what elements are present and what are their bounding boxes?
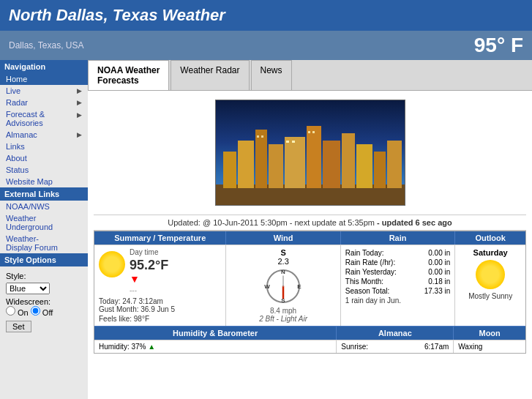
almanac-header: Almanac [337,327,454,340]
svg-rect-16 [312,131,315,133]
humidity-label: Humidity: [99,343,130,351]
daytime-label: Day time [130,248,168,256]
widescreen-on-radio[interactable] [6,306,15,316]
svg-rect-17 [257,135,259,138]
rain-rate-label: Rain Rate (/hr): [345,258,395,266]
sidebar-link-wunderground[interactable]: WeatherUnderground [6,214,53,231]
svg-rect-10 [356,144,372,188]
sidebar-item-wunderground[interactable]: WeatherUnderground [0,212,88,233]
sidebar-link-websitemap[interactable]: Website Map [6,177,53,186]
svg-rect-15 [308,131,310,133]
sidebar-link-forecast[interactable]: Forecast &Advisories [6,110,45,127]
wind-compass: N S E W [264,267,302,305]
moon-phase-label: Waxing [458,343,482,351]
outlook-day: Saturday [460,248,521,257]
gust-month-stat: Gust Month: 36.9 Jun 5 [99,305,221,313]
rain-month-label: This Month: [345,277,383,286]
sidebar-item-almanac[interactable]: Almanac ▶ [0,129,88,141]
city-skyline-image [215,100,405,206]
sidebar-item-links[interactable]: Links [0,141,88,152]
set-button[interactable]: Set [6,321,31,332]
weather-header-row: Summary / Temperature Wind Rain Outlook [94,231,525,245]
svg-rect-11 [374,152,386,188]
rain-yesterday-label: Rain Yesterday: [345,268,397,276]
feels-like: Feels like: 98°F [99,315,221,323]
rain-rate-value: 0.00 in [428,258,450,266]
svg-rect-3 [238,141,254,188]
temperature-display: 95° F [474,34,523,57]
humidity-header: Humidity & Barometer [94,327,337,340]
humidity-value: 37% [131,343,146,351]
rain-today-value: 0.00 in [428,249,450,257]
page-title: North Dallas, Texas Weather [9,6,523,25]
svg-rect-14 [292,141,295,143]
tab-news[interactable]: News [251,60,292,90]
update-text: Updated: @ 10-Jun-2011 5:30pm - next upd… [168,218,375,227]
current-temp: 95.2°F [130,258,168,273]
summary-header: Summary / Temperature [94,231,226,245]
rain-season-value: 17.33 in [424,287,451,295]
style-select[interactable]: Blue Default Green Red [6,283,50,294]
svg-rect-4 [255,130,267,188]
wind-cell: S 2.3 N S E W 8.4 mph [226,245,340,326]
svg-rect-18 [261,135,263,138]
summary-cell: Day time 95.2°F ▼ --- Today: 24.7 3:12am… [94,245,226,326]
widescreen-on-label[interactable]: On [6,308,29,317]
sidebar-item-wdforum[interactable]: Weather-Display Forum [0,233,88,253]
sidebar-item-forecast[interactable]: Forecast &Advisories ▶ [0,108,88,129]
sidebar-item-status[interactable]: Status [0,164,88,176]
rain-cell: Rain Today: 0.00 in Rain Rate (/hr): 0.0… [341,245,455,326]
outlook-header: Outlook [455,231,525,245]
sidebar-link-live[interactable]: Live [6,86,20,95]
svg-text:E: E [297,283,301,290]
sidebar-item-live[interactable]: Live ▶ [0,85,88,97]
moon-header: Moon [454,327,525,340]
weather-grid: Summary / Temperature Wind Rain Outlook … [94,231,526,354]
widescreen-off-radio[interactable] [31,306,40,316]
wind-gust-label: 8.4 mph [231,307,335,315]
sidebar-item-websitemap[interactable]: Website Map [0,176,88,187]
sidebar-link-links[interactable]: Links [6,142,25,151]
sidebar-link-almanac[interactable]: Almanac [6,130,37,139]
tab-noaa[interactable]: NOAA WeatherForecasts [88,60,169,90]
outlook-cell: Saturday Mostly Sunny [455,245,525,326]
svg-rect-2 [223,152,236,188]
arrow-icon: ▶ [77,99,82,106]
humidity-row: Humidity: 37% ▲ Sunrise: 6:17am Waxing [94,340,525,353]
svg-rect-7 [307,126,321,188]
weather-icon-sunny [99,251,125,277]
sidebar-link-wdforum[interactable]: Weather-Display Forum [6,234,58,252]
sidebar-link-status[interactable]: Status [6,165,29,174]
almanac-cell: Sunrise: 6:17am [337,340,454,353]
widescreen-off-label[interactable]: Off [31,308,53,317]
sidebar-link-radar[interactable]: Radar [6,98,28,107]
rain-season-label: Season Total: [345,287,389,295]
sidebar-item-about[interactable]: About [0,152,88,164]
rain-yesterday-value: 0.00 in [428,268,450,276]
sidebar-link-about[interactable]: About [6,154,27,163]
style-label: Style: [6,272,26,280]
sidebar-item-radar[interactable]: Radar ▶ [0,97,88,108]
sidebar-item-noaa[interactable]: NOAA/NWS [0,201,88,212]
update-ago: - updated 6 sec ago [377,218,452,227]
sidebar-link-noaa[interactable]: NOAA/NWS [6,202,50,211]
sunrise-label: Sunrise: [341,343,368,351]
tab-radar[interactable]: Weather Radar [171,60,249,90]
svg-rect-12 [387,141,402,188]
rain-today-label: Rain Today: [345,249,384,257]
sunrise-value: 6:17am [424,343,449,351]
svg-rect-8 [323,141,340,188]
location-label: Dallas, Texas, USA [9,40,84,51]
wind-bft-label: 2 Bft - Light Air [231,315,335,323]
rain-days-label: 1 rain day in Jun. [345,297,450,305]
rain-header: Rain [341,231,455,245]
wind-header: Wind [226,231,340,245]
sidebar-link-home[interactable]: Home [6,75,27,83]
svg-rect-5 [269,144,283,188]
sidebar-item-home[interactable]: Home [0,73,88,85]
humidity-arrow: ▲ [148,343,155,351]
temp-trend-arrow: ▼ [130,273,168,285]
arrow-icon: ▶ [77,131,82,138]
weather-update-bar: Updated: @ 10-Jun-2011 5:30pm - next upd… [94,215,526,231]
humidity-cell: Humidity: 37% ▲ [94,340,337,353]
